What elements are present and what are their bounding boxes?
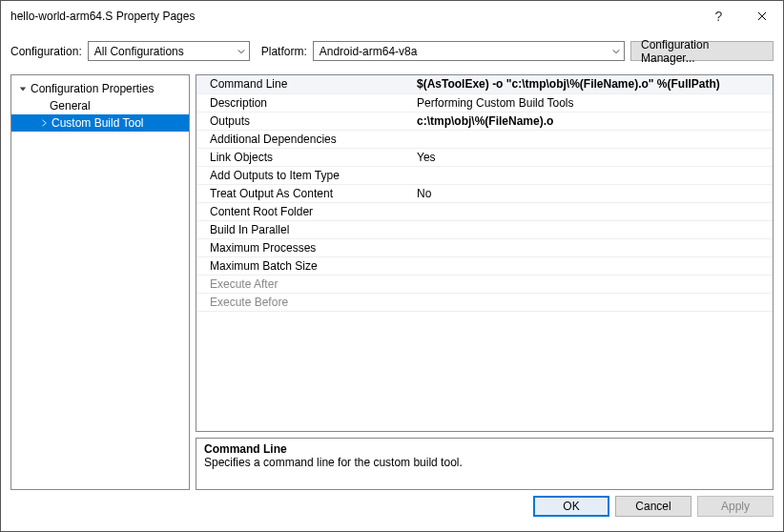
config-manager-button[interactable]: Configuration Manager... [630,41,774,61]
property-table: Command Line$(AsToolExe) -o "c:\tmp\obj\… [196,75,773,312]
table-row[interactable]: Execute After [196,275,773,293]
property-value[interactable] [411,256,773,275]
chevron-down-icon [237,48,245,55]
configuration-label: Configuration: [10,45,82,58]
main-area: Configuration Properties General Custom … [1,65,783,490]
table-row[interactable]: DescriptionPerforming Custom Build Tools [196,93,773,112]
chevron-down-icon [612,48,620,55]
ok-button[interactable]: OK [533,496,609,517]
property-label: Add Outputs to Item Type [196,166,411,184]
property-label: Content Root Folder [196,202,411,220]
description-heading: Command Line [204,442,765,456]
caret-down-icon [17,85,29,92]
property-value[interactable] [411,202,773,220]
table-row[interactable]: Outputsc:\tmp\obj\%(FileName).o [196,112,773,130]
right-column: Command Line$(AsToolExe) -o "c:\tmp\obj\… [196,74,774,490]
platform-dropdown[interactable]: Android-arm64-v8a [313,41,625,61]
help-icon[interactable]: ? [697,9,740,24]
property-label: Link Objects [196,148,411,166]
tree-item-general[interactable]: General [11,97,189,114]
configuration-value: All Configurations [94,45,184,58]
table-row[interactable]: Maximum Batch Size [196,256,773,275]
property-value[interactable]: c:\tmp\obj\%(FileName).o [411,112,773,130]
table-row[interactable]: Maximum Processes [196,238,773,256]
platform-value: Android-arm64-v8a [320,45,418,58]
table-row[interactable]: Link ObjectsYes [196,148,773,166]
description-text: Specifies a command line for the custom … [204,456,765,469]
config-row: Configuration: All Configurations Platfo… [1,37,783,65]
property-label: Execute After [196,275,411,293]
property-value[interactable]: Yes [411,148,773,166]
table-row[interactable]: Command Line$(AsToolExe) -o "c:\tmp\obj\… [196,75,773,93]
property-label: Treat Output As Content [196,184,411,202]
property-value[interactable]: No [411,184,773,202]
property-value[interactable] [411,166,773,184]
property-value[interactable] [411,238,773,256]
table-row[interactable]: Add Outputs to Item Type [196,166,773,184]
table-row[interactable]: Additional Dependencies [196,130,773,148]
apply-button: Apply [697,496,774,517]
tree-panel[interactable]: Configuration Properties General Custom … [10,74,190,490]
tree-item-custom-build-tool[interactable]: Custom Build Tool [11,114,189,132]
configuration-dropdown[interactable]: All Configurations [88,41,250,61]
property-value[interactable] [411,275,773,293]
table-row[interactable]: Build In Parallel [196,220,773,238]
window-title: hello-world-arm64.S Property Pages [10,10,697,23]
table-row[interactable]: Treat Output As ContentNo [196,184,773,202]
property-label: Maximum Batch Size [196,256,411,275]
property-value[interactable] [411,130,773,148]
property-label: Command Line [196,75,411,93]
property-value[interactable] [411,220,773,238]
tree-item-label: Custom Build Tool [52,116,144,130]
cancel-button[interactable]: Cancel [615,496,691,517]
titlebar: hello-world-arm64.S Property Pages ? [1,1,783,31]
property-label: Outputs [196,112,411,130]
property-label: Description [196,93,411,112]
property-value[interactable]: Performing Custom Build Tools [411,93,773,112]
property-label: Additional Dependencies [196,130,411,148]
caret-right-icon [38,119,50,127]
tree-root[interactable]: Configuration Properties [11,80,189,97]
footer: OK Cancel Apply [1,490,783,522]
property-value[interactable]: $(AsToolExe) -o "c:\tmp\obj\%(FileName).… [411,75,773,93]
tree-root-label: Configuration Properties [31,82,154,95]
close-icon[interactable] [740,1,783,31]
property-grid[interactable]: Command Line$(AsToolExe) -o "c:\tmp\obj\… [196,74,774,432]
platform-label: Platform: [261,45,307,58]
property-label: Execute Before [196,293,411,311]
description-panel: Command Line Specifies a command line fo… [196,438,774,490]
property-label: Maximum Processes [196,238,411,256]
table-row[interactable]: Content Root Folder [196,202,773,220]
property-label: Build In Parallel [196,220,411,238]
table-row[interactable]: Execute Before [196,293,773,311]
property-value[interactable] [411,293,773,311]
tree-item-label: General [50,99,91,113]
